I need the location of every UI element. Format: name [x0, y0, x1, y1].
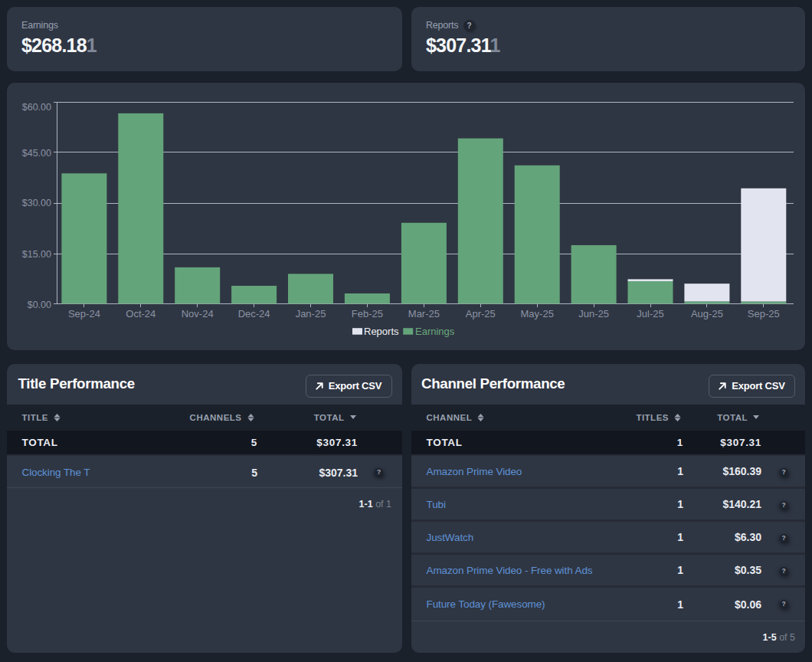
- svg-text:Reports: Reports: [364, 326, 399, 337]
- svg-text:Nov-24: Nov-24: [182, 308, 214, 320]
- svg-text:May-25: May-25: [521, 308, 554, 320]
- svg-text:Earnings: Earnings: [415, 326, 455, 337]
- svg-text:$15.00: $15.00: [22, 249, 51, 260]
- svg-text:Jan-25: Jan-25: [296, 308, 326, 320]
- svg-text:Sep-25: Sep-25: [748, 308, 780, 320]
- svg-text:Dec-24: Dec-24: [238, 308, 270, 320]
- svg-text:Sep-24: Sep-24: [68, 308, 100, 320]
- svg-text:Apr-25: Apr-25: [466, 308, 496, 320]
- svg-text:$30.00: $30.00: [22, 198, 51, 208]
- svg-text:Feb-25: Feb-25: [352, 308, 383, 320]
- svg-text:Oct-24: Oct-24: [126, 308, 156, 320]
- svg-text:Jul-25: Jul-25: [637, 308, 663, 320]
- svg-text:Mar-25: Mar-25: [408, 308, 440, 320]
- svg-text:$0.00: $0.00: [28, 300, 51, 310]
- svg-text:Aug-25: Aug-25: [691, 308, 723, 320]
- svg-text:$45.00: $45.00: [22, 148, 51, 159]
- svg-text:Jun-25: Jun-25: [578, 308, 609, 320]
- svg-text:$60.00: $60.00: [22, 102, 51, 113]
